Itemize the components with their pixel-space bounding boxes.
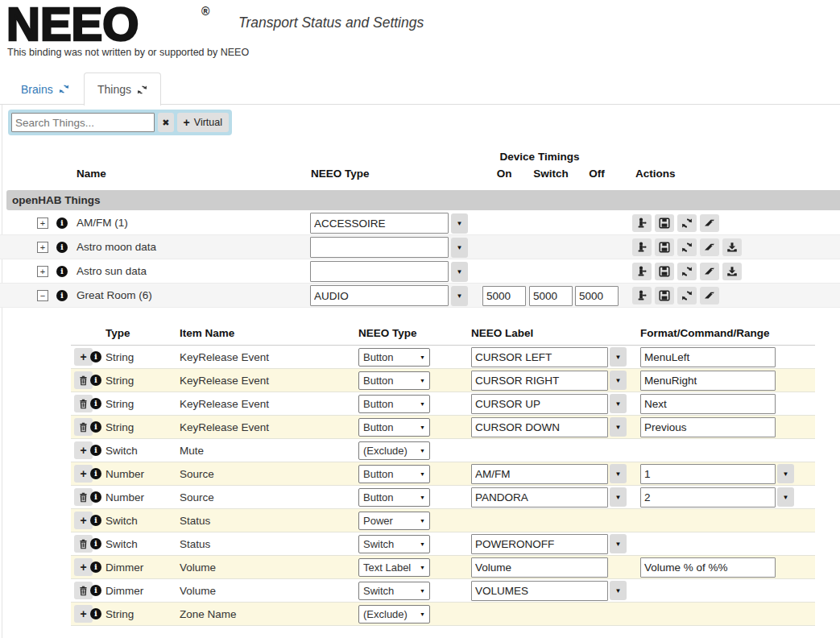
neeo-type-select[interactable]: Button▼ <box>358 465 430 483</box>
neeo-type-dropdown-button[interactable]: ▼ <box>451 286 468 306</box>
neeo-type-dropdown-button[interactable]: ▼ <box>451 213 468 234</box>
neeo-label-dropdown-button[interactable]: ▼ <box>610 534 627 553</box>
item-name: Source <box>180 491 214 503</box>
refresh-button[interactable] <box>677 263 697 280</box>
expand-icon[interactable]: + <box>37 266 48 277</box>
format-input[interactable] <box>640 347 776 367</box>
info-icon[interactable]: i <box>56 266 68 277</box>
format-dropdown-button[interactable]: ▼ <box>777 464 794 483</box>
neeo-label-input[interactable] <box>471 417 608 437</box>
add-virtual-button[interactable]: + Virtual <box>177 113 229 132</box>
save-button[interactable] <box>655 287 674 304</box>
neeo-type-select[interactable]: (Exclude)▼ <box>358 441 430 460</box>
neeo-label-dropdown-button[interactable]: ▼ <box>610 371 627 390</box>
timing-off-input[interactable] <box>575 286 619 306</box>
refresh-icon[interactable] <box>137 85 147 95</box>
neeo-type-dropdown-button[interactable]: ▼ <box>451 262 468 282</box>
neeo-type-dropdown-button[interactable]: ▼ <box>451 238 468 258</box>
chevron-down-icon: ▼ <box>420 471 425 477</box>
chevron-down-icon: ▼ <box>420 565 425 570</box>
format-dropdown-button[interactable]: ▼ <box>777 487 794 507</box>
format-input[interactable] <box>640 557 776 578</box>
neeo-type-input[interactable] <box>310 285 449 306</box>
neeo-label-dropdown-button[interactable]: ▼ <box>610 464 627 483</box>
neeo-type-select[interactable]: Button▼ <box>358 395 430 413</box>
neeo-label-dropdown-button[interactable]: ▼ <box>610 487 627 507</box>
refresh-icon <box>681 242 693 253</box>
neeo-label-input[interactable] <box>471 557 608 578</box>
format-input[interactable] <box>640 417 776 437</box>
neeo-type-select[interactable]: Button▼ <box>358 418 430 437</box>
format-input[interactable] <box>640 394 776 414</box>
info-icon[interactable]: i <box>90 468 101 479</box>
info-icon[interactable]: i <box>90 398 101 409</box>
refresh-icon <box>681 290 693 301</box>
info-icon[interactable]: i <box>90 375 101 386</box>
neeo-type-select[interactable]: Button▼ <box>358 371 430 390</box>
save-button[interactable] <box>655 238 674 256</box>
save-button[interactable] <box>655 263 674 280</box>
tab-brains[interactable]: Brains <box>8 72 82 106</box>
clear-search-button[interactable]: ✖ <box>158 113 174 132</box>
neeo-type-input[interactable] <box>310 213 449 234</box>
expand-icon[interactable]: + <box>37 242 48 253</box>
info-icon[interactable]: i <box>90 421 101 433</box>
refresh-button[interactable] <box>677 287 697 304</box>
neeo-type-input[interactable] <box>310 237 449 258</box>
neeo-label-input[interactable] <box>471 371 608 391</box>
neeo-label-input[interactable] <box>471 534 608 554</box>
info-icon[interactable]: i <box>90 515 101 526</box>
hydrant-button[interactable] <box>632 263 652 280</box>
search-input[interactable] <box>11 113 155 132</box>
neeo-label-input[interactable] <box>471 464 608 484</box>
neeo-type-input[interactable] <box>310 261 449 282</box>
tab-things[interactable]: Things <box>84 72 161 106</box>
hydrant-button[interactable] <box>632 238 652 256</box>
hydrant-button[interactable] <box>632 214 652 232</box>
timing-on-input[interactable] <box>482 286 526 306</box>
neeo-type-select[interactable]: Switch▼ <box>358 582 430 600</box>
eraser-button[interactable] <box>700 263 719 280</box>
neeo-label-dropdown-button[interactable]: ▼ <box>610 581 627 600</box>
download-button[interactable] <box>722 263 742 280</box>
collapse-icon[interactable]: − <box>37 290 48 301</box>
neeo-type-select[interactable]: Power▼ <box>358 512 430 530</box>
neeo-label-dropdown-button[interactable]: ▼ <box>610 417 627 437</box>
info-icon[interactable]: i <box>90 585 101 596</box>
neeo-type-select[interactable]: Switch▼ <box>358 535 430 553</box>
neeo-label-input[interactable] <box>471 581 608 601</box>
neeo-label-input[interactable] <box>471 487 608 508</box>
eraser-button[interactable] <box>700 287 719 304</box>
info-icon[interactable]: i <box>90 351 101 362</box>
neeo-type-select[interactable]: Text Label▼ <box>358 558 430 577</box>
hydrant-button[interactable] <box>632 287 652 304</box>
refresh-button[interactable] <box>677 238 697 256</box>
eraser-button[interactable] <box>700 214 719 232</box>
info-icon[interactable]: i <box>90 445 101 456</box>
info-icon[interactable]: i <box>90 538 101 549</box>
info-icon[interactable]: i <box>90 491 101 503</box>
info-icon[interactable]: i <box>56 290 68 301</box>
refresh-icon[interactable] <box>59 84 69 94</box>
neeo-type-select[interactable]: Button▼ <box>358 348 430 367</box>
neeo-label-input[interactable] <box>471 394 608 414</box>
download-button[interactable] <box>722 238 742 256</box>
eraser-button[interactable] <box>700 238 719 256</box>
timing-switch-input[interactable] <box>529 286 573 306</box>
info-icon[interactable]: i <box>90 608 101 619</box>
neeo-type-select[interactable]: Button▼ <box>358 488 430 507</box>
neeo-label-dropdown-button[interactable]: ▼ <box>610 347 627 367</box>
format-input[interactable] <box>640 371 776 391</box>
format-input[interactable] <box>640 464 776 484</box>
info-icon[interactable]: i <box>56 242 68 253</box>
trash-icon <box>78 586 89 596</box>
expand-icon[interactable]: + <box>37 218 48 229</box>
format-input[interactable] <box>640 487 776 508</box>
neeo-label-dropdown-button[interactable]: ▼ <box>610 394 627 413</box>
refresh-button[interactable] <box>677 214 697 232</box>
save-button[interactable] <box>655 214 674 232</box>
neeo-label-input[interactable] <box>471 347 608 367</box>
neeo-type-select[interactable]: (Exclude)▼ <box>358 605 430 624</box>
info-icon[interactable]: i <box>56 218 68 229</box>
info-icon[interactable]: i <box>90 561 101 573</box>
